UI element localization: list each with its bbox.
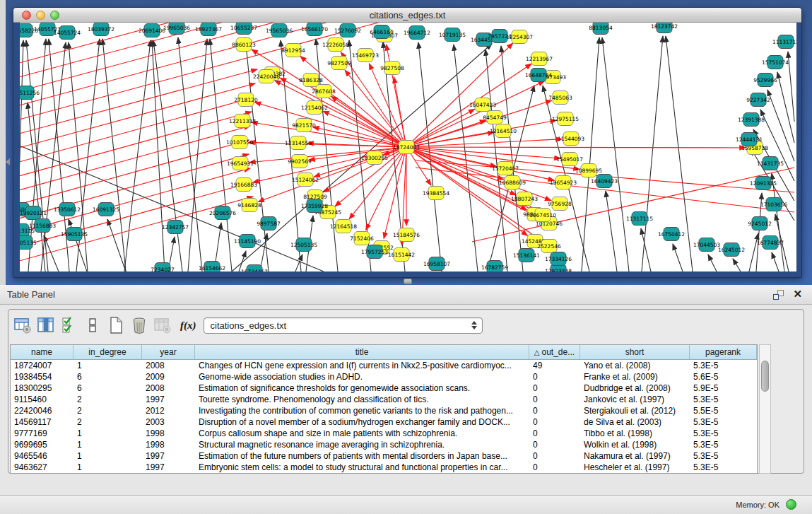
- table-row[interactable]: 911546021997Tourette syndrome. Phenomeno…: [11, 394, 757, 405]
- table-cell: 5.3E-5: [690, 416, 757, 428]
- graph-node-label: 16782759: [481, 264, 508, 271]
- graph-node-label: 16154662: [199, 265, 225, 271]
- graph-node-label: 19920121: [20, 210, 47, 216]
- delete-table-icon-disabled[interactable]: [154, 317, 171, 334]
- delete-trash-icon[interactable]: [131, 317, 148, 334]
- column-header-in-degree[interactable]: in_degree: [73, 345, 142, 359]
- table-cell: Stergiakouli et al. (2012): [580, 405, 690, 416]
- select-columns-icon[interactable]: [61, 317, 78, 334]
- graph-node-label: 12211333: [229, 118, 256, 124]
- table-cell: de Silva et al. (2003): [580, 416, 690, 428]
- table-cell: 9699695: [11, 439, 73, 450]
- close-panel-icon[interactable]: ✕: [793, 288, 802, 300]
- table-cell: 0: [529, 394, 580, 405]
- table-toolbar: f(x) citations_edges.txt: [14, 314, 483, 337]
- graph-node-label: 19654931: [227, 160, 254, 167]
- table-scrollbar-thumb[interactable]: [761, 361, 769, 392]
- graph-node-label: 19565036: [266, 28, 293, 34]
- graph-node-label: 12314559: [285, 140, 312, 146]
- table-row[interactable]: 1872400712008Changes of HCN gene express…: [11, 360, 757, 371]
- column-header-short[interactable]: short: [580, 345, 690, 359]
- table-row[interactable]: 946554611997Estimation of the future num…: [11, 450, 757, 462]
- memory-status-indicator[interactable]: [786, 499, 796, 510]
- split-pane-handle[interactable]: [404, 279, 412, 284]
- table-cell: Investigating the contribution of common…: [195, 405, 529, 416]
- graph-node-label: 15276092: [334, 28, 361, 34]
- citation-edge-black: [178, 37, 202, 271]
- table-cell: 1: [73, 450, 142, 462]
- table-cell: 6: [73, 382, 142, 394]
- column-header-pagerank[interactable]: pagerank: [690, 345, 757, 359]
- citation-edge-black: [708, 255, 717, 271]
- column-settings-icon[interactable]: [14, 317, 31, 334]
- graph-node-label: 15184576: [393, 232, 420, 238]
- graph-node-label: 19965036: [163, 25, 190, 31]
- citation-edge-black: [788, 52, 794, 122]
- table-scrollbar[interactable]: [759, 344, 771, 474]
- citation-edge-red: [20, 69, 257, 136]
- column-header-name[interactable]: name: [11, 345, 73, 359]
- table-cell: 1997: [142, 462, 195, 473]
- table-panel: Table Panel ✕: [0, 285, 812, 495]
- graph-node-label: 11156883: [29, 223, 56, 229]
- network-window-titlebar[interactable]: citations_edges.txt: [13, 8, 801, 23]
- graph-node-label: 16091325: [93, 206, 119, 213]
- graph-node-label: 7485063: [548, 95, 572, 101]
- citation-edge-red: [406, 147, 504, 180]
- row-height-icon[interactable]: [84, 317, 101, 334]
- table-cell: 0: [529, 450, 580, 462]
- graph-node-label: 20511256: [20, 90, 40, 96]
- graph-node-label: 16648784: [525, 72, 552, 78]
- column-header-title[interactable]: title: [195, 345, 529, 359]
- table-cell: 2: [73, 394, 142, 405]
- graph-node-label: 8186328: [299, 77, 323, 83]
- graph-node-label: 18724007: [393, 144, 420, 151]
- graph-node-label: 17334126: [545, 256, 572, 262]
- graph-node-label: 7234027: [151, 267, 175, 272]
- citation-edge-red: [253, 147, 406, 182]
- table-row[interactable]: 977716911998Corpus callosum shape and si…: [11, 428, 757, 439]
- citation-edge-black: [295, 255, 302, 271]
- network-window[interactable]: citations_edges.txt 18724007121540629821…: [13, 7, 802, 278]
- show-column-icon[interactable]: [37, 317, 54, 334]
- table-cell: 0: [529, 462, 580, 473]
- table-cell: 0: [529, 428, 580, 439]
- table-row[interactable]: 969969511998Structural magnetic resonanc…: [11, 439, 757, 450]
- panel-collapse-arrow-icon[interactable]: [6, 158, 10, 165]
- table-cell: Nakamura et al. (1997): [580, 450, 690, 462]
- table-cell: 1997: [142, 450, 195, 462]
- graph-node-label: 19166883: [230, 182, 257, 188]
- graph-node-label: 10674510: [529, 212, 556, 218]
- graph-node-label: 10899695: [575, 168, 602, 174]
- new-file-icon[interactable]: [107, 317, 124, 334]
- graph-node-label: 16566170: [301, 26, 328, 33]
- table-cell: 5.5E-5: [690, 405, 757, 416]
- table-cell: Jankovic et al. (1997): [580, 394, 690, 405]
- graph-node-label: 22420046: [253, 74, 280, 80]
- table-selector-dropdown[interactable]: citations_edges.txt: [204, 317, 483, 334]
- citation-edge-black: [772, 252, 779, 271]
- network-canvas[interactable]: 1872400712154062982157012314559990256915…: [20, 23, 796, 271]
- citation-edge-black: [733, 259, 741, 271]
- column-header-year[interactable]: year: [142, 345, 195, 359]
- function-builder-icon[interactable]: f(x): [180, 320, 196, 332]
- column-header-out-de-[interactable]: △out_de...: [529, 345, 580, 359]
- citation-edge-black: [153, 40, 182, 271]
- graph-node-label: 20691406: [139, 28, 165, 34]
- table-cell: 5.6E-5: [690, 371, 757, 382]
- table-row[interactable]: 1938455462009Genome-wide association stu…: [11, 371, 757, 382]
- table-row[interactable]: 1830029562008Estimation of significance …: [11, 382, 757, 394]
- citation-edge-black: [777, 72, 794, 143]
- graph-node-label: 10719135: [439, 32, 466, 38]
- table-row[interactable]: 2242004622012Investigating the contribut…: [11, 405, 757, 416]
- graph-node-label: 8454749: [483, 115, 507, 121]
- table-row[interactable]: 1456911722003Disruption of a novel membe…: [11, 416, 757, 428]
- table-row[interactable]: 946362711997Embryonic stem cells: a mode…: [11, 462, 757, 473]
- float-window-icon[interactable]: [773, 290, 784, 300]
- graph-node-label: 18123742: [651, 23, 678, 30]
- table-cell: 2003: [142, 416, 195, 428]
- table-cell: Embryonic stem cells: a model to study s…: [195, 462, 529, 473]
- citation-edge-black: [210, 39, 232, 271]
- graph-node-label: 18039372: [88, 26, 114, 33]
- citation-edge-red: [406, 81, 544, 147]
